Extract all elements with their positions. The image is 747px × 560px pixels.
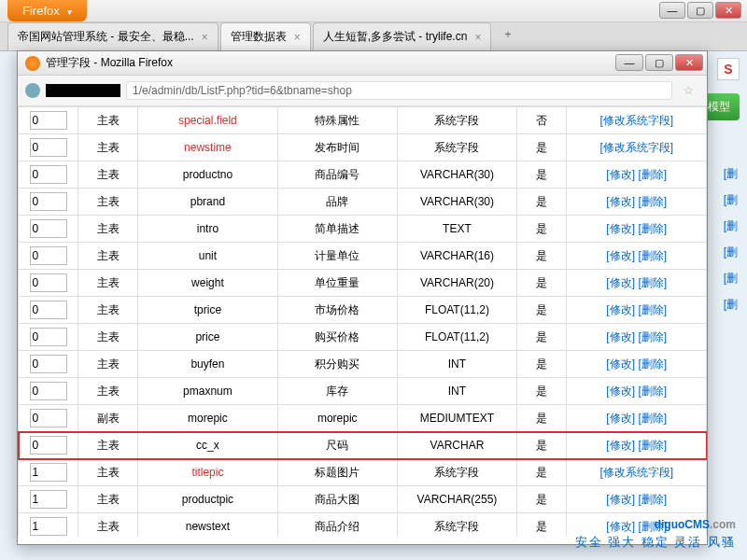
tab-label: 人生短暂,多多尝试 - trylife.cn	[323, 29, 468, 45]
close-button[interactable]: ✕	[715, 2, 741, 19]
minimize-button[interactable]: —	[659, 2, 685, 19]
main-window-controls: — ▢ ✕	[659, 2, 741, 19]
maximize-button[interactable]: ▢	[687, 2, 713, 19]
tab-1[interactable]: 管理数据表×	[220, 22, 311, 50]
tab-label: 帝国网站管理系统 - 最安全、最稳...	[18, 29, 194, 45]
close-icon[interactable]: ×	[294, 31, 301, 44]
tab-label: 管理数据表	[231, 29, 287, 45]
popup-window: 管理字段 - Mozilla Firefox — ▢ ✕ 1/e/admin/d…	[17, 50, 708, 51]
close-icon[interactable]: ×	[474, 31, 481, 44]
tab-bar: 帝国网站管理系统 - 最安全、最稳...× 管理数据表× 人生短暂,多多尝试 -…	[0, 22, 747, 51]
tab-2[interactable]: 人生短暂,多多尝试 - trylife.cn×	[313, 22, 492, 50]
firefox-menu-button[interactable]: Firefox	[7, 0, 87, 21]
tab-0[interactable]: 帝国网站管理系统 - 最安全、最稳...×	[7, 22, 218, 50]
close-icon[interactable]: ×	[202, 31, 208, 44]
new-tab-button[interactable]: +	[493, 22, 522, 50]
